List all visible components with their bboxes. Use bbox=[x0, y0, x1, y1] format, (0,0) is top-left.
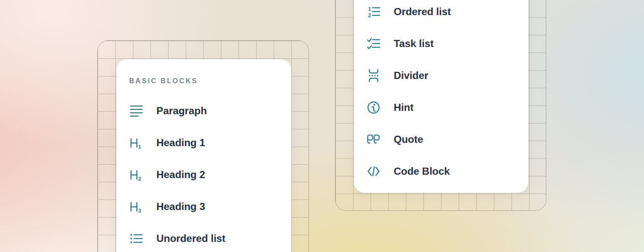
basic-blocks-menu-list: Paragraph Heading 1 Heading 2 Heading 3 … bbox=[117, 95, 291, 252]
section-label-basic-blocks: BASIC BLOCKS bbox=[129, 76, 279, 85]
quote-icon bbox=[366, 132, 381, 147]
menu-item-paragraph[interactable]: Paragraph bbox=[129, 95, 279, 127]
blocks-menu-card-right: Ordered list Task list Divider Hint Quot… bbox=[354, 0, 528, 193]
menu-item-ordered-list[interactable]: Ordered list bbox=[366, 0, 516, 28]
decorative-grid-panel-right: Ordered list Task list Divider Hint Quot… bbox=[335, 0, 546, 211]
menu-item-code-block[interactable]: Code Block bbox=[366, 155, 516, 187]
hint-icon bbox=[366, 100, 381, 115]
menu-item-divider[interactable]: Divider bbox=[366, 60, 516, 92]
menu-item-label: Heading 1 bbox=[156, 137, 205, 149]
basic-blocks-menu-card: BASIC BLOCKS Paragraph Heading 1 Heading… bbox=[117, 59, 291, 252]
menu-item-unordered-list[interactable]: Unordered list bbox=[129, 223, 279, 252]
menu-item-label: Quote bbox=[394, 134, 423, 145]
task-list-icon bbox=[366, 37, 381, 51]
menu-item-label: Hint bbox=[394, 102, 413, 113]
heading-1-icon bbox=[129, 136, 143, 150]
ordered-list-icon bbox=[366, 5, 381, 19]
menu-item-label: Unordered list bbox=[156, 233, 226, 244]
heading-3-icon bbox=[129, 200, 143, 214]
menu-item-label: Paragraph bbox=[156, 105, 207, 117]
menu-item-heading-1[interactable]: Heading 1 bbox=[129, 127, 279, 159]
menu-item-task-list[interactable]: Task list bbox=[366, 28, 516, 60]
menu-item-quote[interactable]: Quote bbox=[366, 123, 516, 155]
menu-item-label: Code Block bbox=[394, 165, 450, 177]
divider-icon bbox=[366, 68, 381, 83]
background-gradient bbox=[0, 0, 644, 252]
decorative-grid-panel-left: BASIC BLOCKS Paragraph Heading 1 Heading… bbox=[97, 40, 309, 252]
menu-item-label: Ordered list bbox=[394, 6, 451, 18]
blocks-menu-list-right: Ordered list Task list Divider Hint Quot… bbox=[354, 0, 528, 187]
menu-item-label: Heading 2 bbox=[156, 169, 205, 181]
heading-2-icon bbox=[129, 168, 143, 182]
paragraph-icon bbox=[129, 104, 143, 118]
unordered-list-icon bbox=[129, 231, 143, 246]
menu-item-heading-2[interactable]: Heading 2 bbox=[129, 159, 279, 191]
menu-item-heading-3[interactable]: Heading 3 bbox=[129, 191, 279, 223]
menu-item-label: Divider bbox=[394, 70, 428, 81]
menu-item-label: Heading 3 bbox=[156, 201, 205, 213]
menu-item-label: Task list bbox=[394, 38, 434, 50]
code-block-icon bbox=[366, 164, 381, 178]
menu-item-hint[interactable]: Hint bbox=[366, 92, 516, 123]
